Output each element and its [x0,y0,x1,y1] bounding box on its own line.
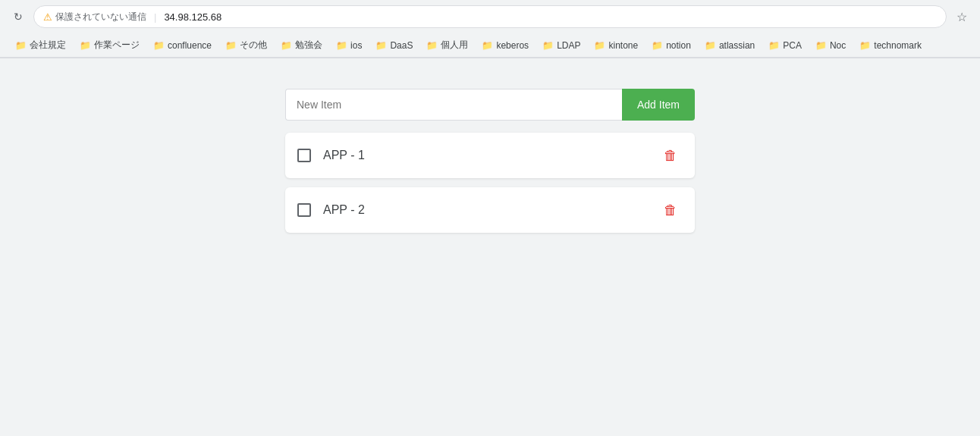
folder-icon: 📁 [705,40,716,51]
bookmark-label: kintone [608,40,638,51]
delete-button-2[interactable]: 🗑 [658,198,683,222]
bookmark-label: 個人用 [441,39,468,52]
add-item-button[interactable]: Add Item [622,89,695,121]
url-text: 34.98.125.68 [164,11,221,23]
security-divider: | [154,11,156,23]
add-item-row: Add Item [285,89,695,121]
bookmark-label: confluence [168,40,212,51]
bookmark-item-keberos[interactable]: 📁 keberos [476,38,535,53]
bookmark-label: 勉強会 [295,39,322,52]
folder-icon: 📁 [594,40,605,51]
warning-icon: ⚠ [43,11,52,23]
bookmark-item-pca[interactable]: 📁 PCA [762,38,808,53]
address-bar-row: ↻ ⚠ 保護されていない通信 | 34.98.125.68 ☆ [0,0,980,33]
bookmark-item-atlassian[interactable]: 📁 atlassian [699,38,761,53]
folder-icon: 📁 [15,40,27,51]
folder-icon: 📁 [153,40,165,51]
security-warning-text: 保護されていない通信 [55,11,146,24]
bookmark-label: LDAP [557,40,580,51]
todo-checkbox-2[interactable] [297,203,311,217]
todo-container: Add Item APP - 1 🗑 APP - 2 🗑 [285,89,695,242]
bookmark-item-notion[interactable]: 📁 notion [645,38,697,53]
bookmark-item-ios[interactable]: 📁 ios [330,38,368,53]
todo-label-2: APP - 2 [323,203,658,217]
bookmark-item-sonota[interactable]: 📁 その他 [219,36,273,54]
folder-icon: 📁 [859,40,871,51]
folder-icon: 📁 [542,40,554,51]
reload-button[interactable]: ↻ [9,8,27,26]
todo-item: APP - 2 🗑 [285,187,695,233]
bookmark-item-kaisyakitei[interactable]: 📁 会社規定 [9,36,72,54]
bookmarks-bar: 📁 会社規定 📁 作業ページ 📁 confluence 📁 その他 📁 勉強会 … [0,33,980,58]
todo-checkbox-1[interactable] [297,149,311,162]
bookmark-item-kojin[interactable]: 📁 個人用 [420,36,474,54]
bookmark-item-sagyopage[interactable]: 📁 作業ページ [74,36,146,54]
folder-icon: 📁 [336,40,347,51]
folder-icon: 📁 [815,40,827,51]
bookmark-label: atlassian [719,40,755,51]
folder-icon: 📁 [482,40,493,51]
folder-icon: 📁 [80,40,91,51]
bookmark-label: 作業ページ [94,39,140,52]
bookmark-item-noc[interactable]: 📁 Noc [809,38,852,53]
bookmark-item-confluence[interactable]: 📁 confluence [147,38,218,53]
bookmark-label: keberos [496,40,529,51]
bookmark-item-technomark[interactable]: 📁 technomark [853,38,928,53]
bookmark-label: PCA [783,40,802,51]
new-item-input[interactable] [285,89,622,121]
bookmark-item-daas[interactable]: 📁 DaaS [369,38,419,53]
security-warning: ⚠ 保護されていない通信 [43,11,146,24]
trash-icon: 🗑 [664,148,677,164]
bookmark-label: ios [350,40,362,51]
todo-item: APP - 1 🗑 [285,133,695,178]
delete-button-1[interactable]: 🗑 [658,143,683,168]
bookmark-label: notion [666,40,691,51]
bookmark-item-benkyokai[interactable]: 📁 勉強会 [275,36,328,54]
folder-icon: 📁 [768,40,780,51]
folder-icon: 📁 [375,40,387,51]
address-bar[interactable]: ⚠ 保護されていない通信 | 34.98.125.68 [33,5,947,28]
trash-icon: 🗑 [664,202,677,218]
bookmark-label: DaaS [390,40,413,51]
bookmark-star-button[interactable]: ☆ [953,8,971,26]
bookmark-label: その他 [240,39,267,52]
bookmark-label: 会社規定 [30,39,66,52]
bookmark-label: technomark [874,40,922,51]
bookmark-item-kintone[interactable]: 📁 kintone [588,38,644,53]
browser-chrome: ↻ ⚠ 保護されていない通信 | 34.98.125.68 ☆ 📁 会社規定 📁… [0,0,980,58]
folder-icon: 📁 [426,40,438,51]
todo-label-1: APP - 1 [323,149,658,162]
bookmark-item-ldap[interactable]: 📁 LDAP [536,38,586,53]
main-content: Add Item APP - 1 🗑 APP - 2 🗑 [0,58,980,436]
folder-icon: 📁 [225,40,237,51]
folder-icon: 📁 [281,40,292,51]
bookmark-label: Noc [830,40,846,51]
folder-icon: 📁 [652,40,663,51]
